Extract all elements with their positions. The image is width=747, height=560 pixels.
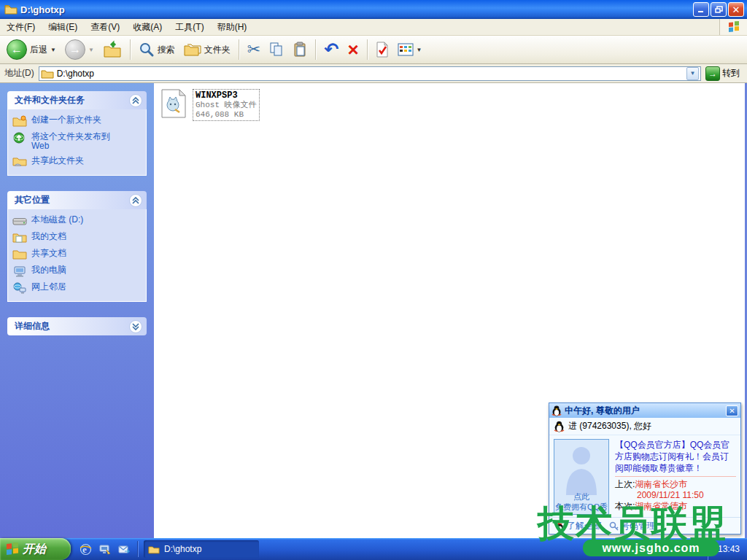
qq-penguin-icon [551, 405, 562, 416]
go-button[interactable]: → 转到 [705, 66, 743, 81]
task-share-folder[interactable]: 共享此文件夹 [12, 156, 143, 168]
go-arrow-icon: → [705, 66, 720, 81]
menu-help[interactable]: 帮助(H) [211, 20, 254, 35]
panel-file-tasks: 文件和文件夹任务 创建一个新文件夹 [7, 91, 147, 176]
address-dropdown-button[interactable]: ▼ [686, 67, 699, 80]
back-button[interactable]: ← 后退 ▼ [3, 37, 60, 62]
shared-documents-icon [12, 249, 27, 260]
menu-favorites[interactable]: 收藏(A) [126, 20, 169, 35]
address-input[interactable] [54, 69, 686, 79]
chevron-up-icon[interactable] [129, 194, 142, 207]
back-icon: ← [7, 39, 27, 60]
forward-icon: → [65, 39, 85, 60]
folders-button[interactable]: 文件夹 [180, 40, 234, 59]
undo-icon: ↶ [324, 42, 338, 57]
avatar-silhouette-icon [560, 443, 603, 495]
qq-close-button[interactable]: ✕ [726, 405, 738, 416]
task-new-folder[interactable]: 创建一个新文件夹 [12, 115, 143, 127]
chevron-up-icon[interactable] [129, 94, 142, 107]
qq-greeting-text: 进 (974263035), 您好 [568, 420, 651, 432]
menu-tools[interactable]: 工具(T) [169, 20, 210, 35]
panel-details-header[interactable]: 详细信息 [7, 317, 147, 335]
paste-button[interactable] [289, 39, 311, 60]
file-tile[interactable]: WINXPSP3 Ghost 映像文件 646,088 KB [160, 89, 260, 121]
forward-button[interactable]: → ▼ [61, 37, 98, 62]
my-computer-icon [12, 265, 27, 277]
taskbar-window-label: D:\ghotxp [164, 544, 201, 554]
network-icon [12, 282, 27, 294]
check-document-icon [376, 42, 389, 58]
qq-last-location: 湖南省长沙市 [635, 479, 687, 489]
toolbar-separator [239, 39, 239, 60]
cut-button[interactable]: ✂ [244, 38, 264, 61]
toolbar-separator [130, 39, 131, 60]
qq-penguin-icon [554, 421, 565, 432]
file-name: WINXPSP3 [196, 90, 257, 101]
address-bar: 地址(D) ▼ → 转到 [0, 64, 747, 83]
share-folder-icon [12, 156, 27, 168]
panel-other-places: 其它位置 本地磁盘 (D:) [7, 191, 147, 302]
place-my-documents[interactable]: 我的文档 [12, 232, 143, 244]
task-pane: 文件和文件夹任务 创建一个新文件夹 [0, 83, 154, 538]
panel-title: 详细信息 [15, 320, 50, 332]
svg-text:e: e [82, 544, 87, 555]
quick-launch: e [71, 543, 137, 556]
folder-icon [4, 4, 18, 15]
address-field[interactable]: ▼ [39, 66, 701, 81]
windows-flag-icon [719, 19, 747, 35]
undo-button[interactable]: ↶ [320, 40, 342, 59]
minimize-button[interactable] [693, 2, 709, 17]
qq-last-label: 上次: [615, 479, 635, 489]
menu-file[interactable]: 文件(F) [0, 20, 42, 35]
folder-icon [148, 545, 160, 554]
file-size: 646,088 KB [196, 110, 257, 120]
address-label: 地址(D) [4, 67, 34, 79]
taskbar-separator [137, 541, 138, 557]
go-label: 转到 [722, 67, 740, 79]
views-icon [398, 43, 414, 56]
qq-popup-title: 中午好, 尊敬的用户 [565, 405, 723, 417]
watermark-text: 技术员联盟 [538, 505, 727, 542]
copy-icon [269, 42, 284, 58]
delete-button[interactable]: × [344, 40, 362, 59]
show-desktop-icon[interactable] [98, 543, 111, 556]
chevron-down-icon[interactable] [129, 320, 142, 333]
watermark-url: www.jsgho.com [583, 540, 719, 556]
place-network[interactable]: 网上邻居 [12, 282, 143, 294]
menu-edit[interactable]: 编辑(E) [42, 20, 84, 35]
panel-body: 创建一个新文件夹 将这个文件夹发布到Web 共享此文件夹 [7, 109, 147, 176]
taskbar-window-button[interactable]: D:\ghotxp [144, 540, 259, 558]
forward-dropdown-icon: ▼ [88, 47, 94, 53]
place-local-disk[interactable]: 本地磁盘 (D:) [12, 215, 143, 227]
close-button[interactable]: ✕ [728, 2, 744, 17]
panel-title: 文件和文件夹任务 [15, 94, 85, 106]
panel-body: 本地磁盘 (D:) 我的文档 共享文档 [7, 209, 147, 302]
folders-icon [184, 42, 201, 57]
place-my-computer[interactable]: 我的电脑 [12, 265, 143, 277]
search-button[interactable]: 搜索 [135, 39, 179, 60]
panel-other-places-header[interactable]: 其它位置 [7, 191, 147, 209]
restore-button[interactable] [711, 2, 727, 17]
qq-last-time: 2009/11/21 11:50 [615, 490, 736, 501]
place-shared-documents[interactable]: 共享文档 [12, 249, 143, 260]
up-button[interactable] [99, 38, 125, 61]
clock[interactable]: 13:43 [718, 544, 740, 554]
copy-button[interactable] [266, 39, 287, 60]
delete-icon: × [347, 42, 358, 57]
back-dropdown-icon[interactable]: ▼ [50, 47, 56, 53]
scan-button[interactable] [372, 39, 392, 60]
panel-file-tasks-header[interactable]: 文件和文件夹任务 [7, 91, 147, 109]
outlook-express-icon[interactable] [117, 543, 130, 556]
start-button[interactable]: 开始 [0, 538, 71, 560]
file-label: WINXPSP3 Ghost 映像文件 646,088 KB [193, 89, 260, 121]
task-publish-web[interactable]: 将这个文件夹发布到Web [12, 132, 143, 151]
menu-view[interactable]: 查看(V) [84, 20, 126, 35]
views-dropdown-icon[interactable]: ▼ [417, 47, 422, 53]
cut-icon: ✂ [247, 40, 260, 59]
internet-explorer-icon[interactable]: e [80, 543, 92, 556]
views-button[interactable]: ▼ [394, 41, 426, 58]
disk-icon [12, 215, 27, 227]
qq-popup-titlebar[interactable]: 中午好, 尊敬的用户 ✕ [549, 403, 740, 418]
menu-bar: 文件(F) 编辑(E) 查看(V) 收藏(A) 工具(T) 帮助(H) [0, 19, 747, 36]
toolbar-separator [315, 39, 316, 60]
